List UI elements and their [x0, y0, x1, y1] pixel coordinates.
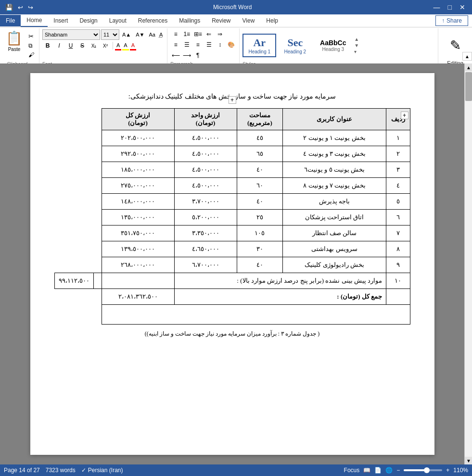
table-add-row-button[interactable]: + — [229, 96, 236, 104]
minimize-icon[interactable]: — — [431, 2, 443, 12]
page-info[interactable]: Page 14 of 27 — [4, 467, 40, 474]
zoom-level[interactable]: 110% — [453, 467, 468, 474]
tab-file[interactable]: File — [0, 15, 21, 26]
strikethrough-button[interactable]: S — [77, 41, 88, 50]
font-size-select[interactable]: 11 — [101, 29, 119, 40]
table-row: ١٠موارد پیش بینی نشده (برابر پنج درصد ار… — [54, 273, 410, 289]
style-heading2[interactable]: Sec Heading 2 — [278, 34, 312, 57]
styles-scroll-buttons: ▲ ▼ ▾ — [354, 37, 359, 54]
highlight-color-button[interactable]: A — [122, 41, 128, 50]
styles-more[interactable]: ▾ — [354, 49, 359, 54]
clear-formatting-button[interactable]: A — [158, 31, 164, 38]
web-layout-icon[interactable]: 🌐 — [385, 467, 393, 474]
italic-button[interactable]: I — [54, 41, 64, 50]
decrease-indent-button[interactable]: ⇐ — [204, 29, 214, 39]
bold-button[interactable]: B — [42, 41, 53, 50]
zoom-slider[interactable] — [404, 469, 442, 471]
clipboard-group-content: 📋 Paste ✂ ⧉ 🖌 — [3, 29, 36, 62]
copy-button[interactable]: ⧉ — [26, 41, 36, 50]
tab-insert[interactable]: Insert — [48, 15, 74, 26]
superscript-button[interactable]: X² — [100, 41, 111, 50]
cut-button[interactable]: ✂ — [26, 32, 36, 41]
font-size-decrease-button[interactable]: A▼ — [134, 30, 146, 39]
rtl-button[interactable]: ⟵ — [170, 50, 181, 60]
undo-icon[interactable]: ↩ — [16, 3, 25, 12]
align-right-button[interactable]: ≡ — [192, 40, 203, 50]
format-painter-button[interactable]: 🖌 — [26, 50, 36, 59]
font-size-increase-button[interactable]: A▲ — [120, 30, 133, 39]
align-center-button[interactable]: ☰ — [181, 40, 192, 50]
scroll-thumb[interactable] — [465, 72, 472, 101]
editing-icon: ✎ — [450, 38, 461, 53]
table-row: ٣بخش یونیت ٥ و یونیت٦٤٠٤،٥٠٠،٠٠٠١٨٥،٠٠٠،… — [54, 162, 410, 178]
numbering-button[interactable]: 1≡ — [181, 29, 192, 39]
editing-group: ✎ Editing — [438, 28, 472, 68]
styles-scroll-up[interactable]: ▲ — [354, 37, 359, 42]
print-layout-icon[interactable]: 📄 — [374, 467, 382, 474]
focus-mode-button[interactable]: Focus — [344, 467, 360, 474]
share-button[interactable]: ↑ Share — [435, 15, 468, 26]
scroll-down-button[interactable]: ▼ — [465, 457, 472, 464]
font-name-select[interactable]: Shabnam — [42, 29, 100, 40]
tab-references[interactable]: References — [132, 15, 173, 26]
styles-group: Ar Heading 1 Sec Heading 2 AaBbCc Headin… — [240, 28, 438, 68]
document-area: + + سرمایه مورد نیاز جهت ساخت و ساز بخش … — [0, 63, 464, 464]
data-table: ردیف عنوان کاربری مساحت(مترمربع) ارزش وا… — [54, 108, 410, 325]
tab-view[interactable]: View — [237, 15, 261, 26]
zoom-out-button[interactable]: − — [396, 467, 400, 474]
style-heading1[interactable]: Ar Heading 1 — [242, 34, 276, 57]
paste-button[interactable]: 📋 Paste — [3, 29, 26, 62]
multilevel-list-button[interactable]: ⊞≡ — [192, 29, 203, 39]
scroll-up-button[interactable]: ▲ — [465, 63, 472, 71]
shading-button[interactable]: 🎨 — [226, 40, 236, 50]
bullets-button[interactable]: ≡ — [170, 29, 181, 39]
col-unit-val-header: ارزش واحد(تومان) — [174, 109, 237, 130]
clipboard-group: 📋 Paste ✂ ⧉ 🖌 Clipboard ⌄ — [0, 28, 39, 68]
col-title-header: عنوان کاربری — [283, 109, 386, 130]
style-heading3[interactable]: AaBbCc Heading 3 — [314, 37, 352, 54]
align-left-button[interactable]: ≡ — [170, 40, 181, 50]
close-icon[interactable]: ✕ — [457, 2, 468, 12]
language-indicator: ✓ Persian (Iran) — [81, 467, 123, 474]
styles-scroll-down[interactable]: ▼ — [354, 43, 359, 48]
paste-label: Paste — [8, 47, 21, 52]
table-row: ۲بخش یونیت ۳ و یونیت ٤٦٥٤،٥٠٠،٠٠٠٢٩٢،٥٠٠… — [54, 146, 410, 162]
line-spacing-button[interactable]: ↕ — [215, 40, 225, 50]
font-color-button[interactable]: A — [115, 41, 121, 50]
collapse-ribbon-button[interactable]: ▲ — [462, 52, 472, 61]
show-marks-button[interactable]: ¶ — [192, 50, 203, 60]
table-row: ٥باجه پذیرش٤٠٣،٧٠٠،٠٠٠١٤٨،٠٠٠،٠٠٠ — [54, 194, 410, 210]
maximize-icon[interactable]: □ — [445, 2, 455, 12]
change-case-button[interactable]: Aa — [147, 31, 156, 38]
read-mode-icon[interactable]: 📖 — [363, 467, 370, 474]
table-row: ٤بخش یونیت ٧ و یونیت ٨٦٠٤،٥٠٠،٠٠٠٢٧٥،٠٠٠… — [54, 178, 410, 194]
justify-button[interactable]: ☰ — [204, 40, 214, 50]
word-count[interactable]: 7323 words — [46, 467, 76, 474]
status-bar: Page 14 of 27 7323 words ✓ Persian (Iran… — [0, 464, 472, 476]
tab-review[interactable]: Review — [206, 15, 236, 26]
col-area-header: مساحت(مترمربع) — [237, 109, 282, 130]
text-effects-button[interactable]: A — [130, 41, 136, 50]
vertical-scrollbar[interactable]: ▲ ▼ — [464, 63, 472, 464]
table-row: ٨سرویس بهداشتی٣٠٤،٦٥٠،٠٠٠١٣٩،٥٠٠،٠٠٠ — [54, 241, 410, 257]
footer-radif — [386, 289, 410, 305]
check-icon: ✓ — [81, 467, 86, 474]
increase-indent-button[interactable]: ⇒ — [215, 29, 225, 39]
table-row: ۱بخش یونیت ۱ و یونیت ۲٤٥٤،٥٠٠،٠٠٠٢٠٢،٥٠٠… — [54, 130, 410, 146]
save-icon[interactable]: 💾 — [4, 3, 14, 12]
footer-label: جمع کل (تومان) : — [174, 289, 386, 305]
subscript-button[interactable]: X₂ — [89, 41, 99, 50]
table-row: ٧سالن صف انتظار١٠٥٣،٣٥٠،٠٠٠٣٥١،٧٥٠،٠٠٠ — [54, 225, 410, 241]
tab-home[interactable]: Home — [21, 14, 48, 27]
table-add-col-button[interactable]: + — [401, 112, 408, 119]
tab-mailings[interactable]: Mailings — [173, 15, 206, 26]
tab-design[interactable]: Design — [74, 15, 103, 26]
tab-help[interactable]: Help — [260, 15, 284, 26]
tab-layout[interactable]: Layout — [103, 15, 132, 26]
share-icon: ↑ — [442, 17, 445, 24]
paragraph-group: ≡ 1≡ ⊞≡ ⇐ ⇒ ≡ ☰ ≡ ☰ ↕ 🎨 ⟵ ⟶ ¶ Paragraph … — [167, 28, 240, 68]
redo-icon[interactable]: ↪ — [26, 3, 35, 12]
ltr-button[interactable]: ⟶ — [181, 50, 192, 60]
underline-button[interactable]: U — [65, 41, 76, 50]
zoom-in-button[interactable]: + — [446, 467, 449, 474]
